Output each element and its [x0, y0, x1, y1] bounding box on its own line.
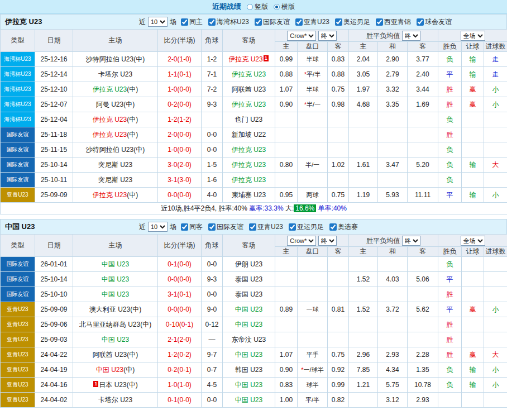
- radio-icon-vertical[interactable]: [247, 4, 253, 10]
- scope-select[interactable]: 全场: [461, 31, 485, 41]
- score[interactable]: 1-2(1-2): [158, 112, 202, 127]
- away-team[interactable]: 伊拉克 U23: [223, 157, 275, 173]
- layout-option-vertical[interactable]: 竖版: [247, 2, 268, 12]
- radio-icon-horizontal[interactable]: [274, 4, 280, 10]
- filter-checkbox[interactable]: [255, 18, 262, 26]
- filter-option[interactable]: 国际友谊: [208, 222, 243, 232]
- home-team[interactable]: 1日本 U23(中): [73, 378, 158, 393]
- away-team[interactable]: 中国 U23: [223, 378, 275, 393]
- home-team[interactable]: 中国 U23: [73, 257, 158, 272]
- home-team[interactable]: 中国 U23(中): [73, 362, 158, 378]
- home-team[interactable]: 伊拉克 U23(中): [73, 82, 158, 97]
- away-team[interactable]: 韩国 U23: [223, 362, 275, 378]
- score[interactable]: 1-2(0-2): [158, 347, 202, 362]
- score[interactable]: 0-2(0-1): [158, 362, 202, 378]
- filter-option[interactable]: 国际友谊: [255, 17, 290, 27]
- scope-select[interactable]: 全场: [461, 236, 485, 246]
- away-team[interactable]: 阿联酋 U23: [223, 82, 275, 97]
- away-team[interactable]: 东帝汶 U23: [223, 332, 275, 347]
- filter-option[interactable]: 奥选赛: [329, 222, 358, 232]
- win-loss-result: 负: [438, 257, 462, 272]
- handicap-time-select[interactable]: 终: [318, 236, 337, 246]
- filter-option[interactable]: 球会友谊: [417, 17, 452, 27]
- away-team[interactable]: 伊拉克 U231: [223, 52, 275, 67]
- score[interactable]: 2-0(1-0): [158, 52, 202, 67]
- home-team[interactable]: 卡塔尔 U23: [73, 393, 158, 408]
- home-team[interactable]: 伊拉克 U23(中): [73, 188, 158, 203]
- away-team[interactable]: 中国 U23: [223, 393, 275, 408]
- recent-count-select[interactable]: 10: [148, 17, 168, 27]
- filter-checkbox[interactable]: [181, 18, 188, 26]
- layout-option-horizontal[interactable]: 横版: [274, 2, 295, 12]
- filter-checkbox[interactable]: [249, 223, 256, 231]
- away-team[interactable]: 中国 U23: [223, 347, 275, 362]
- away-team[interactable]: 伊拉克 U23: [223, 142, 275, 157]
- filter-checkbox[interactable]: [329, 223, 337, 231]
- home-team[interactable]: 澳大利亚 U23(中): [73, 302, 158, 317]
- score[interactable]: 2-1(2-0): [158, 332, 202, 347]
- filter-option[interactable]: 亚青U23: [249, 222, 283, 232]
- away-team[interactable]: 泰国 U23: [223, 272, 275, 287]
- score[interactable]: 2-0(0-0): [158, 127, 202, 142]
- home-team[interactable]: 阿曼 U23(中): [73, 97, 158, 112]
- home-team[interactable]: 中国 U23: [73, 287, 158, 302]
- filter-option[interactable]: 亚青U23: [295, 17, 329, 27]
- score[interactable]: 1-0(1-0): [158, 378, 202, 393]
- avg-time-select[interactable]: 终: [402, 236, 420, 246]
- away-team[interactable]: 伊拉克 U23: [223, 97, 275, 112]
- home-team[interactable]: 突尼斯 U23: [73, 157, 158, 173]
- filter-checkbox[interactable]: [208, 18, 216, 26]
- score[interactable]: 0-1(0-0): [158, 257, 202, 272]
- home-team[interactable]: 沙特阿拉伯 U23(中): [73, 142, 158, 157]
- avg-time-select[interactable]: 终: [402, 31, 420, 41]
- bookmaker-select[interactable]: Crow*: [287, 31, 316, 41]
- score[interactable]: 0-0(0-0): [158, 188, 202, 203]
- score[interactable]: 1-0(0-0): [158, 142, 202, 157]
- score[interactable]: 0-0(0-0): [158, 272, 202, 287]
- recent-count-select[interactable]: 10: [148, 222, 168, 232]
- filter-checkbox[interactable]: [335, 18, 342, 26]
- score[interactable]: 1-0(0-0): [158, 82, 202, 97]
- score[interactable]: 1-1(0-1): [158, 67, 202, 82]
- filter-checkbox[interactable]: [289, 223, 296, 231]
- filter-option[interactable]: 同主: [181, 17, 203, 27]
- score[interactable]: 0-2(0-0): [158, 97, 202, 112]
- home-team[interactable]: 沙特阿拉伯 U23(中): [73, 52, 158, 67]
- away-team[interactable]: 泰国 U23: [223, 287, 275, 302]
- filter-checkbox[interactable]: [208, 223, 216, 231]
- filter-option[interactable]: 亚运男足: [289, 222, 324, 232]
- away-team[interactable]: 柬埔寨 U23: [223, 188, 275, 203]
- bookmaker-select[interactable]: Crow*: [287, 236, 316, 246]
- match-row: 国际友谊25-11-15沙特阿拉伯 U23(中)1-0(0-0)0-0伊拉克 U…: [1, 142, 507, 157]
- filter-checkbox[interactable]: [295, 18, 303, 26]
- home-team[interactable]: 伊拉克 U23(中): [73, 112, 158, 127]
- away-team[interactable]: 中国 U23: [223, 302, 275, 317]
- home-team[interactable]: 突尼斯 U23: [73, 173, 158, 188]
- score[interactable]: 0-0(0-0): [158, 302, 202, 317]
- away-team[interactable]: 伊拉克 U23: [223, 67, 275, 82]
- home-team[interactable]: 卡塔尔 U23: [73, 67, 158, 82]
- filter-option[interactable]: 同客: [181, 222, 203, 232]
- filter-option[interactable]: 西亚青锦: [376, 17, 411, 27]
- filter-checkbox[interactable]: [376, 18, 383, 26]
- away-team[interactable]: 伊拉克 U23: [223, 173, 275, 188]
- filter-checkbox[interactable]: [181, 223, 188, 231]
- away-team[interactable]: 中国 U23: [223, 317, 275, 332]
- away-team[interactable]: 新加坡 U22: [223, 127, 275, 142]
- away-team[interactable]: 也门 U23: [223, 112, 275, 127]
- score[interactable]: 0-10(0-1): [158, 317, 202, 332]
- home-team[interactable]: 伊拉克 U23(中): [73, 127, 158, 142]
- score[interactable]: 0-1(0-0): [158, 393, 202, 408]
- handicap-time-select[interactable]: 终: [318, 31, 337, 41]
- filter-option[interactable]: 海湾杯U23: [208, 17, 249, 27]
- home-team[interactable]: 中国 U23: [73, 272, 158, 287]
- filter-option[interactable]: 奥运男足: [335, 17, 370, 27]
- home-team[interactable]: 中国 U23: [73, 332, 158, 347]
- score[interactable]: 3-0(2-0): [158, 157, 202, 173]
- filter-checkbox[interactable]: [417, 18, 424, 26]
- away-team[interactable]: 伊朗 U23: [223, 257, 275, 272]
- home-team[interactable]: 北马里亚纳群岛 U23(中): [73, 317, 158, 332]
- score[interactable]: 3-1(0-1): [158, 287, 202, 302]
- home-team[interactable]: 阿联酋 U23(中): [73, 347, 158, 362]
- score[interactable]: 3-1(3-0): [158, 173, 202, 188]
